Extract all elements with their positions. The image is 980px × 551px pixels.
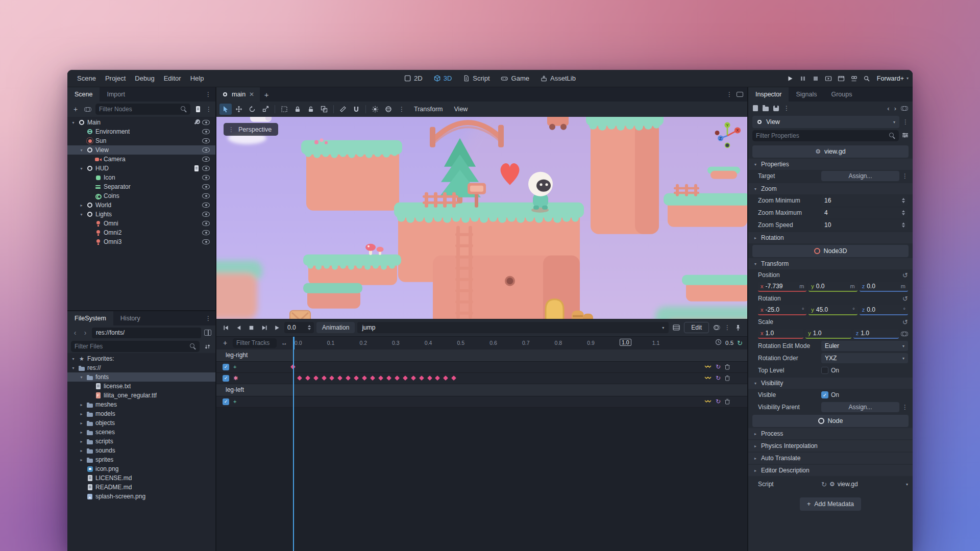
- current-path[interactable]: res://fonts/: [92, 328, 201, 338]
- filesystem-tree-item[interactable]: ▸models: [67, 409, 215, 418]
- play-scene-button[interactable]: [824, 74, 833, 83]
- keyframe-diamond[interactable]: [395, 375, 400, 381]
- anim-play-button[interactable]: [272, 322, 282, 333]
- spinner-icon[interactable]: [902, 210, 905, 215]
- playhead-marker[interactable]: [293, 337, 295, 349]
- onion-skinning-icon[interactable]: [712, 322, 722, 333]
- filesystem-tree-item[interactable]: ▾res://: [67, 363, 215, 372]
- load-resource-icon[interactable]: [763, 107, 769, 111]
- loop-mode-icon[interactable]: ↻: [716, 375, 721, 381]
- animation-menu-button[interactable]: Animation: [316, 322, 355, 333]
- new-scene-tab-button[interactable]: +: [260, 87, 273, 102]
- section-zoom[interactable]: ▾Zoom: [748, 183, 913, 194]
- keyframe-diamond[interactable]: [305, 375, 310, 381]
- transform-menu[interactable]: Transform: [409, 104, 448, 115]
- scene-tree-item[interactable]: ▾View: [67, 145, 215, 155]
- track-enabled-checkbox[interactable]: ✓: [223, 398, 229, 405]
- expander-icon[interactable]: ▸: [79, 439, 84, 444]
- history-back-icon[interactable]: ‹: [887, 105, 889, 112]
- scene-tree-menu-icon[interactable]: ⋮: [206, 106, 212, 112]
- animation-track-row[interactable]: ✓✱↻: [216, 373, 747, 384]
- section-rotation-group[interactable]: ▸Rotation: [748, 232, 913, 243]
- visibility-eye-icon[interactable]: [202, 221, 210, 226]
- switch-3d[interactable]: 3D: [429, 72, 457, 85]
- snap-value[interactable]: 0.5: [725, 340, 733, 346]
- remote-debug-button[interactable]: [862, 74, 871, 83]
- anim-play-backwards-button[interactable]: [233, 322, 243, 333]
- ruler-button[interactable]: [337, 104, 349, 115]
- position-y-field[interactable]: y0.0m: [808, 282, 857, 292]
- filesystem-tree-item[interactable]: splash-screen.png: [67, 492, 215, 501]
- pan-timeline-icon[interactable]: ↔: [280, 338, 289, 348]
- scene-tree-item[interactable]: ▾Main: [67, 118, 215, 127]
- keyframe-diamond[interactable]: [362, 375, 367, 381]
- lock-button[interactable]: [291, 104, 304, 115]
- expander-icon[interactable]: ▾: [70, 366, 76, 370]
- switch-2d[interactable]: 2D: [400, 72, 427, 85]
- filesystem-tree-item[interactable]: icon.png: [67, 464, 215, 473]
- filesystem-tree-item[interactable]: ▾fonts: [67, 372, 215, 382]
- view-axis-gizmo[interactable]: Y X Z: [712, 120, 743, 152]
- script-banner[interactable]: ⚙ view.gd: [752, 145, 909, 158]
- section-editor-description[interactable]: ▸Editor Description: [748, 465, 913, 476]
- node-selector-dropdown[interactable]: View ▾: [752, 116, 899, 128]
- stop-button[interactable]: [811, 74, 820, 83]
- loop-icon[interactable]: ↻: [737, 340, 743, 346]
- keyframe-diamond[interactable]: [322, 375, 327, 381]
- visibility-eye-icon[interactable]: [202, 129, 210, 134]
- track-enabled-checkbox[interactable]: ✓: [223, 375, 229, 382]
- scene-tree-item[interactable]: Omni2: [67, 228, 215, 237]
- expander-icon[interactable]: ▸: [79, 203, 84, 208]
- expander-icon[interactable]: ▸: [79, 458, 84, 462]
- section-physics-interpolation[interactable]: ▸Physics Interpolation: [748, 440, 913, 452]
- switch-script[interactable]: Script: [458, 72, 494, 85]
- nav-back-icon[interactable]: ‹: [71, 329, 79, 337]
- keyframe-diamond[interactable]: [329, 375, 334, 381]
- scene-tree-item[interactable]: Icon: [67, 173, 215, 182]
- save-resource-icon[interactable]: [773, 106, 779, 111]
- keyframe-diamond[interactable]: [411, 375, 416, 381]
- visibility-eye-icon[interactable]: [202, 157, 210, 162]
- animation-track-row[interactable]: ✓+↻: [216, 362, 747, 373]
- animation-track-row[interactable]: ✓+↻: [216, 396, 747, 408]
- track-group-header[interactable]: leg-left: [216, 384, 747, 396]
- anim-stop-button[interactable]: [246, 322, 256, 333]
- expander-icon[interactable]: ▾: [79, 375, 84, 380]
- menu-scene[interactable]: Scene: [72, 70, 101, 87]
- visibility-eye-icon[interactable]: [202, 138, 210, 143]
- perspective-menu[interactable]: ⋮ Perspective: [224, 123, 278, 136]
- add-track-button[interactable]: +: [220, 338, 230, 348]
- renderer-dropdown[interactable]: Forward+▾: [875, 75, 909, 82]
- expander-icon[interactable]: ▾: [79, 166, 84, 171]
- animation-timeline-ruler[interactable]: 0.00.10.20.30.40.50.60.70.80.91.01.1 + F…: [216, 336, 747, 349]
- scale-x-field[interactable]: x1.0: [758, 329, 803, 339]
- delete-track-icon[interactable]: [725, 364, 730, 370]
- expander-icon[interactable]: ▾: [70, 120, 76, 125]
- scene-tree-item[interactable]: ▾HUD: [67, 164, 215, 173]
- anim-play-from-start-button[interactable]: [259, 322, 269, 333]
- tab-history[interactable]: History: [113, 311, 148, 325]
- revert-icon[interactable]: ↺: [902, 272, 908, 279]
- spinner-icon[interactable]: [902, 222, 905, 228]
- keyframe-diamond[interactable]: [297, 375, 302, 381]
- wrap-mode-icon[interactable]: [704, 364, 712, 369]
- visibility-eye-icon[interactable]: [202, 230, 210, 235]
- view-menu[interactable]: View: [449, 104, 473, 115]
- link-docs-icon[interactable]: [901, 106, 908, 110]
- zoom-minimum-field[interactable]: 16: [821, 195, 908, 206]
- keyframe-diamond[interactable]: [386, 375, 391, 381]
- scene-tabs-menu-icon[interactable]: ⋮: [726, 91, 732, 97]
- filesystem-tree-item[interactable]: lilita_one_regular.ttf: [67, 391, 215, 400]
- section-transform[interactable]: ▾Transform: [748, 258, 913, 269]
- visibility-eye-icon[interactable]: [202, 239, 210, 244]
- unlock-button[interactable]: [305, 104, 317, 115]
- scale-link-icon[interactable]: [901, 332, 908, 336]
- node-banner[interactable]: Node: [752, 415, 909, 427]
- play-button[interactable]: [786, 74, 795, 83]
- target-assign-button[interactable]: Assign...: [821, 171, 899, 181]
- keyframe-diamond[interactable]: [443, 375, 448, 381]
- visibility-eye-icon[interactable]: [202, 212, 210, 217]
- section-visibility[interactable]: ▾Visibility: [748, 378, 913, 389]
- anim-menu-icon[interactable]: ⋮: [724, 324, 730, 331]
- delete-track-icon[interactable]: [725, 375, 730, 381]
